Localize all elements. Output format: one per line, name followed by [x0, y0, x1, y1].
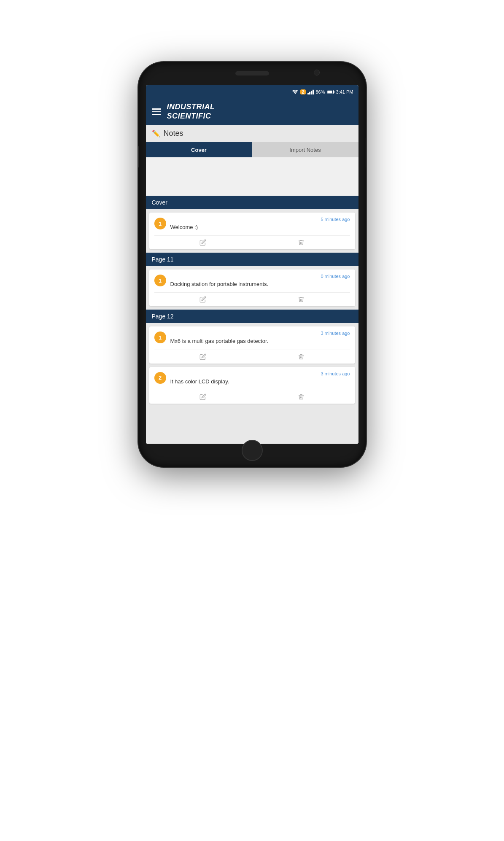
page-title-bar: ✏️ Notes: [146, 125, 358, 142]
delete-note-button[interactable]: [252, 350, 350, 364]
menu-button[interactable]: [152, 108, 161, 115]
edit-note-button[interactable]: [154, 350, 253, 364]
svg-rect-1: [309, 92, 310, 94]
wifi-icon: [292, 89, 299, 94]
battery-icon: [327, 89, 334, 94]
signal-icon: [307, 89, 314, 94]
delete-note-button[interactable]: [252, 390, 350, 404]
notes-content: Cover 1 5 minutes ago Welcome :): [146, 196, 358, 444]
note-timestamp: 0 minutes ago: [170, 274, 350, 279]
note-timestamp: 3 minutes ago: [170, 371, 350, 376]
note-badge: 2: [154, 372, 166, 384]
delete-note-button[interactable]: [252, 293, 350, 306]
battery-text: 86%: [316, 89, 325, 94]
edit-note-button[interactable]: [154, 390, 253, 404]
section-header-cover: Cover: [146, 196, 358, 209]
pencil-icon: ✏️: [152, 129, 160, 137]
app-name-line2: SCIENTIFIC: [167, 112, 215, 121]
note-timestamp: 3 minutes ago: [170, 331, 350, 336]
svg-rect-3: [313, 90, 314, 94]
tab-import-notes[interactable]: Import Notes: [252, 142, 358, 157]
note-card: 1 3 minutes ago Mx6 is a multi gas porta…: [149, 326, 355, 363]
note-timestamp: 5 minutes ago: [170, 217, 350, 222]
note-text: It has color LCD display.: [170, 378, 350, 385]
edit-note-button[interactable]: [154, 293, 253, 306]
svg-rect-6: [327, 91, 332, 94]
note-badge: 1: [154, 332, 166, 343]
app-name-line1: INDUSTRIAL: [167, 103, 215, 111]
time-display: 3:41 PM: [336, 89, 353, 94]
note-card: 2 3 minutes ago It has color LCD display…: [149, 367, 355, 404]
tab-cover[interactable]: Cover: [146, 142, 252, 157]
app-header: INDUSTRIAL SCIENTIFIC: [146, 99, 358, 125]
note-badge: 1: [154, 218, 166, 229]
home-button[interactable]: [242, 440, 263, 461]
page-title: Notes: [164, 129, 183, 138]
svg-rect-5: [333, 91, 334, 93]
note-badge: 1: [154, 275, 166, 286]
svg-rect-0: [307, 93, 309, 94]
note-card: 1 5 minutes ago Welcome :): [149, 213, 355, 249]
svg-rect-2: [311, 91, 312, 94]
app-logo: INDUSTRIAL SCIENTIFIC: [167, 103, 215, 121]
edit-note-button[interactable]: [154, 236, 253, 249]
delete-note-button[interactable]: [252, 236, 350, 249]
note-text: Docking station for portable instruments…: [170, 280, 350, 288]
sim-indicator: 2: [300, 89, 305, 94]
note-card: 1 0 minutes ago Docking station for port…: [149, 270, 355, 306]
section-header-page12: Page 12: [146, 310, 358, 323]
tab-bar: Cover Import Notes: [146, 142, 358, 157]
section-header-page11: Page 11: [146, 253, 358, 266]
note-text: Mx6 is a multi gas portable gas detector…: [170, 337, 350, 345]
note-text: Welcome :): [170, 224, 350, 231]
status-bar: 2 86%: [146, 85, 358, 99]
